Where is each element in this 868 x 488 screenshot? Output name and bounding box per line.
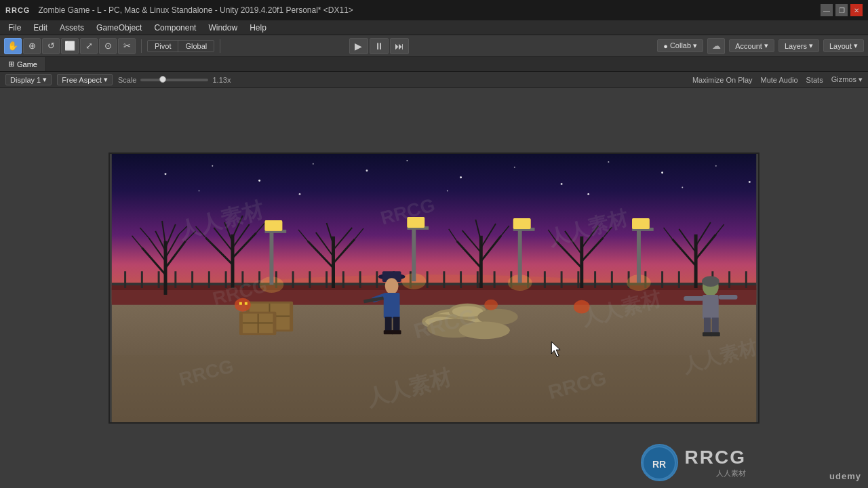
maximize-button[interactable]: ❐ bbox=[835, 4, 848, 16]
menu-bar: File Edit Assets GameObject Component Wi… bbox=[0, 20, 868, 35]
custom-tool[interactable]: ✂ bbox=[118, 38, 136, 54]
svg-rect-133 bbox=[632, 218, 650, 229]
stats-button[interactable]: Stats bbox=[806, 76, 823, 84]
svg-point-9 bbox=[561, 183, 563, 185]
pivot-global-toggle: Pivot Global bbox=[147, 40, 214, 52]
scale-thumb bbox=[159, 76, 166, 83]
scale-tool[interactable]: ⬜ bbox=[61, 38, 79, 54]
layers-button[interactable]: Layers ▾ bbox=[778, 39, 819, 52]
rotate-tool[interactable]: ↺ bbox=[42, 38, 60, 54]
svg-point-169 bbox=[702, 276, 719, 287]
transform-tool[interactable]: ⊙ bbox=[99, 38, 117, 54]
pivot-button[interactable]: Pivot bbox=[148, 41, 178, 52]
tab-game[interactable]: ⊞ Game bbox=[0, 57, 46, 71]
svg-point-11 bbox=[661, 171, 663, 174]
pause-button[interactable]: ⏸ bbox=[370, 38, 389, 54]
udemy-badge: udemy bbox=[829, 471, 861, 481]
svg-point-8 bbox=[514, 167, 515, 168]
svg-point-17 bbox=[587, 193, 589, 195]
collab-button[interactable]: ● Collab ▾ bbox=[657, 39, 703, 52]
svg-rect-172 bbox=[719, 295, 738, 300]
menu-help[interactable]: Help bbox=[244, 22, 272, 34]
svg-point-14 bbox=[199, 190, 200, 191]
menu-file[interactable]: File bbox=[3, 22, 26, 34]
transform-tools: ✋ ⊕ ↺ ⬜ ⤢ ⊙ ✂ bbox=[4, 38, 136, 54]
display-chevron-icon: ▾ bbox=[43, 75, 47, 84]
rrcg-brand-text: RRCG bbox=[685, 447, 746, 468]
account-label: Account bbox=[735, 42, 762, 50]
game-scene-canvas: 人人素材 RRCG 人人素材 RRCG RRCG 人人素材 RRCG 人人素材 … bbox=[110, 154, 758, 422]
brand-text-group: RRCG 人人素材 bbox=[685, 447, 746, 479]
window-controls: — ❐ ✕ bbox=[821, 4, 863, 16]
aspect-dropdown[interactable]: Free Aspect ▾ bbox=[57, 74, 113, 85]
play-button[interactable]: ▶ bbox=[349, 38, 368, 54]
move-tool[interactable]: ⊕ bbox=[23, 38, 41, 54]
menu-window[interactable]: Window bbox=[203, 22, 243, 34]
brand-logo-circle: RR bbox=[641, 444, 678, 481]
scale-slider[interactable] bbox=[140, 79, 208, 81]
hand-tool[interactable]: ✋ bbox=[4, 38, 22, 54]
svg-point-1 bbox=[165, 173, 167, 175]
svg-point-12 bbox=[715, 165, 717, 167]
svg-text:RR: RR bbox=[652, 459, 666, 470]
game-icon: ⊞ bbox=[8, 60, 14, 68]
close-button[interactable]: ✕ bbox=[850, 4, 863, 16]
scale-label: Scale bbox=[118, 76, 137, 84]
menu-assets[interactable]: Assets bbox=[54, 22, 90, 34]
account-button[interactable]: Account ▾ bbox=[729, 39, 774, 52]
menu-gameobject[interactable]: GameObject bbox=[91, 22, 147, 34]
svg-point-5 bbox=[366, 169, 368, 171]
title-bar: RRCG Zombie Game - L - PC, Mac & Linux S… bbox=[0, 0, 868, 20]
scale-value: 1.13x bbox=[212, 76, 231, 84]
svg-rect-151 bbox=[385, 317, 392, 332]
svg-rect-171 bbox=[684, 296, 704, 301]
svg-rect-154 bbox=[392, 330, 401, 334]
svg-rect-130 bbox=[637, 229, 641, 283]
menu-edit[interactable]: Edit bbox=[28, 22, 53, 34]
bottom-branding: RR RRCG 人人素材 bbox=[641, 444, 746, 481]
maximize-on-play-button[interactable]: Maximize On Play bbox=[692, 76, 753, 84]
separator-1 bbox=[141, 39, 142, 53]
svg-point-10 bbox=[608, 161, 609, 163]
global-button[interactable]: Global bbox=[178, 41, 214, 52]
mute-audio-button[interactable]: Mute Audio bbox=[761, 76, 798, 84]
svg-rect-170 bbox=[703, 295, 719, 319]
main-content: 人人素材 RRCG 人人素材 RRCG RRCG 人人素材 RRCG 人人素材 … bbox=[0, 88, 868, 488]
minimize-button[interactable]: — bbox=[821, 4, 833, 16]
cloud-button[interactable]: ☁ bbox=[707, 38, 725, 54]
svg-point-18 bbox=[682, 187, 683, 188]
collab-icon: ● bbox=[663, 42, 668, 50]
svg-point-13 bbox=[749, 181, 751, 183]
layers-label: Layers bbox=[785, 42, 807, 50]
svg-point-15 bbox=[299, 193, 301, 195]
svg-point-149 bbox=[385, 278, 399, 294]
svg-rect-183 bbox=[245, 302, 248, 305]
svg-rect-174 bbox=[712, 318, 719, 334]
rect-tool[interactable]: ⤢ bbox=[80, 38, 98, 54]
svg-rect-175 bbox=[703, 332, 712, 336]
display-label: Display 1 bbox=[10, 76, 41, 84]
svg-point-7 bbox=[460, 176, 462, 178]
svg-rect-152 bbox=[393, 317, 400, 332]
svg-rect-153 bbox=[384, 330, 393, 334]
gizmos-dropdown[interactable]: Gizmos ▾ bbox=[831, 75, 863, 84]
display-dropdown[interactable]: Display 1 ▾ bbox=[5, 74, 52, 85]
step-button[interactable]: ⏭ bbox=[390, 38, 409, 54]
layers-chevron-icon: ▾ bbox=[809, 41, 813, 50]
menu-component[interactable]: Component bbox=[149, 22, 201, 34]
svg-point-178 bbox=[484, 300, 498, 310]
svg-rect-120 bbox=[412, 228, 416, 281]
layout-chevron-icon: ▾ bbox=[854, 41, 858, 50]
aspect-label: Free Aspect bbox=[62, 76, 102, 84]
svg-rect-115 bbox=[269, 231, 273, 285]
tab-bar: ⊞ Game bbox=[0, 57, 868, 72]
svg-point-6 bbox=[406, 160, 408, 161]
window-title: Zombie Game - L - PC, Mac & Linux Standa… bbox=[35, 5, 815, 15]
layout-button[interactable]: Layout ▾ bbox=[823, 39, 864, 52]
game-viewport[interactable]: 人人素材 RRCG 人人素材 RRCG RRCG 人人素材 RRCG 人人素材 … bbox=[108, 152, 760, 424]
collab-label: Collab ▾ bbox=[670, 41, 697, 50]
svg-point-4 bbox=[313, 163, 314, 165]
svg-rect-118 bbox=[265, 220, 283, 231]
svg-rect-176 bbox=[711, 332, 720, 336]
app-logo: RRCG bbox=[5, 6, 30, 14]
